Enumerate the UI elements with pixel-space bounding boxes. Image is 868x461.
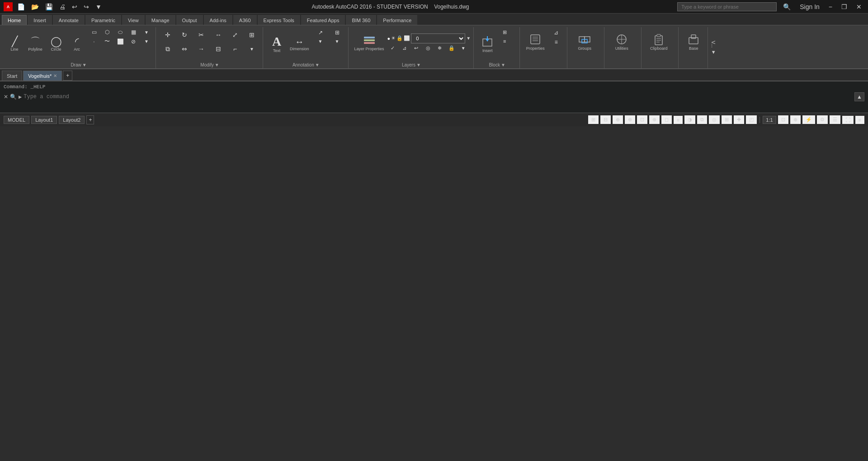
create-block[interactable]: ⊞ <box>498 28 511 37</box>
list-props[interactable]: ≡ <box>548 38 564 47</box>
tab-home[interactable]: Home <box>2 15 27 25</box>
text-button[interactable]: A Text <box>267 28 287 60</box>
tab-output[interactable]: Output <box>176 15 203 25</box>
cmd-search-button[interactable]: 🔍 <box>10 94 17 100</box>
customization[interactable]: ≡ <box>855 116 864 124</box>
line-button[interactable]: ╱ Line <box>5 28 24 60</box>
circle-button[interactable]: ◯ Circle <box>46 28 66 60</box>
layers-group-label[interactable]: Layers ▼ <box>351 62 472 68</box>
layer-prev[interactable]: ↩ <box>411 44 422 52</box>
dynamic-ucs[interactable]: ⊞ <box>722 115 732 124</box>
region-button[interactable]: ⬜ <box>114 37 127 46</box>
polar-tracking[interactable]: ⊕ <box>625 115 635 124</box>
command-input[interactable] <box>24 94 853 100</box>
layer-freeze[interactable]: ❄ <box>434 44 445 52</box>
restore-button[interactable]: ❐ <box>839 2 850 11</box>
dimension-button[interactable]: ↔ Dimension <box>288 28 311 60</box>
3d-obj-snap[interactable]: ◎ <box>709 115 720 124</box>
tab-featured[interactable]: Featured Apps <box>301 15 345 25</box>
qat-new[interactable]: 📄 <box>15 2 27 11</box>
layer-dropdown-arrow[interactable]: ▼ <box>466 36 471 41</box>
anno-more2[interactable]: ▼ <box>329 38 345 45</box>
make-current-layer[interactable]: ✓ <box>387 44 398 52</box>
tab-a360[interactable]: A360 <box>233 15 257 25</box>
cmd-cancel-button[interactable]: ✕ <box>4 94 8 100</box>
ellipse-button[interactable]: ⬭ <box>114 28 127 36</box>
layer-match[interactable]: ⊿ <box>399 44 410 52</box>
rotate-button[interactable]: ↻ <box>176 28 193 42</box>
search-input[interactable] <box>677 2 777 11</box>
layer-isolate[interactable]: ◎ <box>423 44 434 52</box>
mirror-button[interactable]: ⇔ <box>176 42 193 56</box>
move-button[interactable]: ✛ <box>160 28 176 42</box>
tab-insert[interactable]: Insert <box>28 15 52 25</box>
full-screen[interactable]: ⛶ <box>842 116 854 124</box>
chamfer-button[interactable]: ⌐ <box>227 42 243 56</box>
layer-select[interactable]: 0 <box>411 33 465 43</box>
workspace-settings[interactable]: ⚙ <box>817 115 828 124</box>
rect-button[interactable]: ▭ <box>88 28 100 36</box>
layout2-tab[interactable]: Layout2 <box>59 116 85 124</box>
qat-undo[interactable]: ↩ <box>70 2 79 11</box>
clipboard-group-label[interactable] <box>644 62 676 68</box>
groups-group-label[interactable] <box>570 62 602 68</box>
spline-button[interactable]: 〜 <box>101 37 113 46</box>
annotation-visibility[interactable]: ⊕ <box>790 115 801 124</box>
quick-props[interactable]: ◰ <box>746 115 757 124</box>
tab-annotate[interactable]: Annotate <box>53 15 85 25</box>
tab-addins[interactable]: Add-ins <box>204 15 232 25</box>
layer-properties-button[interactable]: Layer Properties <box>352 29 387 56</box>
new-tab-button[interactable]: + <box>63 71 72 81</box>
cmd-expand-button[interactable]: ▲ <box>854 92 864 101</box>
polygon-button[interactable]: ⬡ <box>101 28 113 36</box>
groups-button[interactable]: Groups <box>571 28 598 55</box>
table-button[interactable]: ⊞ <box>329 28 345 37</box>
layer-lock[interactable]: 🔒 <box>446 44 457 52</box>
match-props[interactable]: ⊿ <box>548 28 564 37</box>
wipeout-button[interactable]: ⊘ <box>127 37 140 46</box>
qat-save[interactable]: 💾 <box>43 2 55 11</box>
tab-performance[interactable]: Performance <box>377 15 417 25</box>
auto-scale[interactable]: ⚡ <box>802 115 815 124</box>
draw-group-label[interactable]: Draw ▼ <box>4 62 154 68</box>
qat-plot[interactable]: 🖨 <box>57 2 67 11</box>
ribbon-more[interactable]: V... ▼ <box>709 27 718 68</box>
transparency[interactable]: ◑ <box>684 115 695 124</box>
tab-manage[interactable]: Manage <box>146 15 175 25</box>
doc-tab-vogelhuis[interactable]: Vogelhuis* ✕ <box>23 71 62 81</box>
modify-group-label[interactable]: Modify ▼ <box>159 62 261 68</box>
grid-display[interactable]: ⊞ <box>588 115 599 124</box>
object-snap[interactable]: ◻ <box>661 115 672 124</box>
tab-parametric[interactable]: Parametric <box>85 15 121 25</box>
utilities-group-label[interactable] <box>607 62 639 68</box>
base-button[interactable]: Base <box>682 28 705 55</box>
model-tab[interactable]: MODEL <box>4 116 29 124</box>
user-interface[interactable]: ☰ <box>830 115 840 124</box>
minimize-button[interactable]: − <box>826 2 835 11</box>
offset-button[interactable]: ⊟ <box>210 42 226 56</box>
tab-view[interactable]: View <box>122 15 145 25</box>
draw-more1[interactable]: ▼ <box>140 28 153 36</box>
viewport-scale[interactable]: ⊡ <box>778 115 788 124</box>
draw-more2[interactable]: ▼ <box>140 37 153 46</box>
selection-cycling[interactable]: ⧉ <box>697 115 707 124</box>
ortho-mode[interactable]: ⊕ <box>613 115 623 124</box>
sign-in-button[interactable]: Sign In <box>797 2 822 11</box>
tab-bim360[interactable]: BIM 360 <box>346 15 376 25</box>
arc-button[interactable]: ◜ Arc <box>67 28 87 60</box>
anno-more1[interactable]: ▼ <box>312 38 329 45</box>
snap-mode[interactable]: ⊟ <box>600 115 611 124</box>
object-snap-tracking[interactable]: ⊕ <box>649 115 660 124</box>
insert-button[interactable]: Insert <box>477 28 497 60</box>
doc-tab-start[interactable]: Start <box>2 71 22 81</box>
isometric-drafting[interactable]: ⊡ <box>637 115 647 124</box>
array-button[interactable]: ⊞ <box>244 28 260 42</box>
stretch-button[interactable]: ↔ <box>210 28 226 42</box>
tab-express[interactable]: Express Tools <box>258 15 300 25</box>
ribbon-expand-button[interactable]: V... ▼ <box>711 41 716 55</box>
scale-button[interactable]: ⤢ <box>227 28 243 42</box>
qat-more[interactable]: ▼ <box>94 2 104 11</box>
define-attr[interactable]: ≡ <box>498 37 511 45</box>
utilities-button[interactable]: Utilities <box>608 28 635 55</box>
block-group-label[interactable]: Block ▼ <box>476 62 518 68</box>
